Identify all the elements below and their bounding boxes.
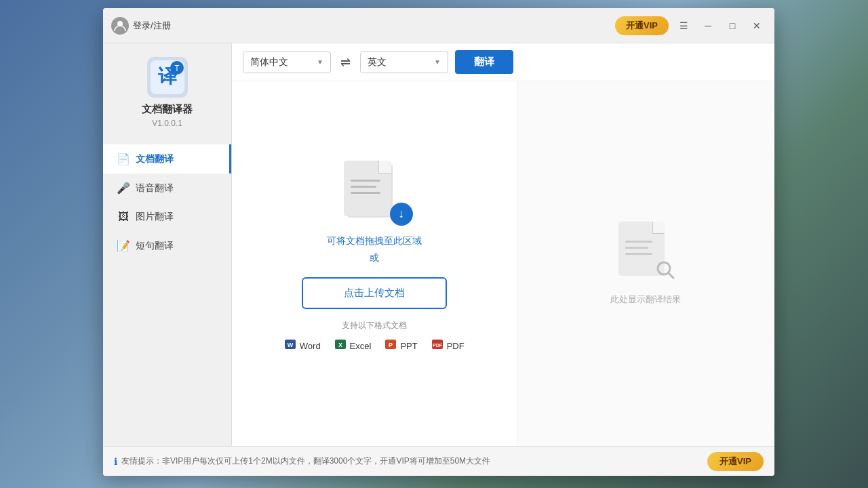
user-area[interactable]: 登录/注册 (111, 17, 171, 35)
pdf-icon: PDF (431, 338, 443, 353)
upload-hint-line2: 或 (327, 249, 422, 266)
upload-hint: 可将文档拖拽至此区域 或 (327, 232, 422, 266)
doc-line-1 (351, 180, 380, 182)
target-lang-text: 英文 (368, 56, 387, 68)
doc-lines (351, 180, 380, 194)
sidebar-item-sentence-label: 短句翻译 (136, 240, 174, 252)
doc-line-3 (351, 192, 380, 194)
word-label: Word (300, 341, 321, 351)
doc-icon (344, 161, 391, 216)
upload-button[interactable]: 点击上传文档 (302, 277, 447, 309)
result-line-1 (625, 241, 652, 243)
title-bar: 登录/注册 开通VIP ☰ ─ □ ✕ (103, 8, 774, 43)
bottom-bar: ℹ 友情提示：非VIP用户每次仅可上传1个2M以内文件，翻译3000个文字，开通… (103, 446, 774, 476)
app-logo: 译 T (147, 57, 188, 98)
result-placeholder: 此处显示翻译结果 (610, 222, 681, 306)
bottom-tip: ℹ 友情提示：非VIP用户每次仅可上传1个2M以内文件，翻译3000个文字，开通… (114, 455, 490, 467)
upload-icon-area: ↓ (344, 161, 405, 222)
format-pdf: PDF PDF (431, 338, 465, 353)
sidebar-item-voice-translate[interactable]: 🎤 语音翻译 (103, 174, 231, 203)
svg-text:P: P (389, 342, 393, 348)
close-button[interactable]: ✕ (747, 16, 766, 35)
sentence-translate-icon: 📝 (117, 239, 130, 252)
format-label: 支持以下格式文档 (342, 320, 407, 331)
menu-button[interactable]: ☰ (674, 16, 693, 35)
result-line-2 (625, 247, 648, 249)
excel-label: Excel (350, 341, 372, 351)
titlebar-vip-button[interactable]: 开通VIP (615, 16, 669, 35)
format-excel: X Excel (334, 338, 372, 353)
minimize-icon: ─ (705, 20, 711, 31)
sidebar-item-voice-label: 语音翻译 (136, 182, 174, 195)
format-ppt: P PPT (384, 338, 417, 353)
format-icons: W Word X Excel (284, 338, 465, 353)
right-panel: 简体中文 ▼ ⇌ 英文 ▼ 翻译 (232, 43, 774, 446)
minimize-button[interactable]: ─ (698, 16, 717, 35)
login-text: 登录/注册 (133, 20, 171, 32)
sidebar-item-doc-label: 文档翻译 (136, 153, 174, 165)
app-name: 文档翻译器 (142, 103, 193, 116)
swap-icon[interactable]: ⇌ (338, 52, 353, 73)
format-support: 支持以下格式文档 W Word X (284, 320, 465, 367)
avatar-icon (111, 17, 129, 35)
sidebar-item-sentence-translate[interactable]: 📝 短句翻译 (103, 231, 231, 260)
upload-panel: ↓ 可将文档拖拽至此区域 或 点击上传文档 支持以下格式文档 W (232, 81, 517, 446)
target-lang-select[interactable]: 英文 ▼ (360, 52, 448, 73)
result-line-3 (625, 253, 652, 255)
word-icon: W (284, 338, 296, 353)
title-bar-left: 登录/注册 (111, 17, 171, 35)
app-window: 登录/注册 开通VIP ☰ ─ □ ✕ 译 (103, 8, 774, 476)
translate-button[interactable]: 翻译 (455, 50, 513, 74)
image-translate-icon: 🖼 (117, 211, 130, 223)
maximize-icon: □ (730, 20, 735, 31)
app-version: V1.0.0.1 (152, 119, 182, 128)
svg-line-15 (669, 273, 673, 278)
source-lang-arrow: ▼ (317, 58, 323, 66)
result-doc-icon-area (618, 222, 673, 283)
ppt-label: PPT (400, 341, 417, 351)
info-icon: ℹ (114, 456, 117, 467)
excel-icon: X (334, 338, 347, 353)
target-lang-arrow: ▼ (434, 58, 441, 66)
svg-text:PDF: PDF (433, 343, 443, 348)
svg-text:X: X (338, 342, 342, 348)
work-area: ↓ 可将文档拖拽至此区域 或 点击上传文档 支持以下格式文档 W (232, 81, 774, 446)
result-panel: 此处显示翻译结果 (517, 81, 775, 446)
bottom-vip-button[interactable]: 开通VIP (707, 452, 764, 471)
title-bar-right: 开通VIP ☰ ─ □ ✕ (615, 16, 766, 35)
nav-menu: 📄 文档翻译 🎤 语音翻译 🖼 图片翻译 📝 短句翻译 (103, 144, 231, 260)
upload-hint-line1: 可将文档拖拽至此区域 (327, 232, 422, 249)
doc-line-2 (351, 186, 376, 188)
bottom-tip-text: 友情提示：非VIP用户每次仅可上传1个2M以内文件，翻译3000个文字，开通VI… (121, 455, 490, 467)
svg-text:T: T (174, 64, 180, 73)
toolbar: 简体中文 ▼ ⇌ 英文 ▼ 翻译 (232, 43, 774, 81)
source-lang-select[interactable]: 简体中文 ▼ (243, 52, 331, 73)
doc-translate-icon: 📄 (117, 152, 130, 165)
pdf-label: PDF (447, 341, 465, 351)
format-word: W Word (284, 338, 321, 353)
search-icon (655, 260, 675, 283)
svg-text:W: W (288, 342, 294, 348)
result-placeholder-text: 此处显示翻译结果 (610, 293, 681, 306)
maximize-button[interactable]: □ (723, 16, 742, 35)
result-doc-corner (652, 222, 665, 234)
sidebar-item-image-translate[interactable]: 🖼 图片翻译 (103, 203, 231, 231)
source-lang-text: 简体中文 (250, 56, 288, 68)
voice-translate-icon: 🎤 (117, 182, 130, 195)
download-arrow-icon: ↓ (390, 203, 413, 226)
menu-icon: ☰ (679, 20, 688, 31)
main-content: 译 T 文档翻译器 V1.0.0.1 📄 文档翻译 🎤 语音翻译 🖼 图片翻译 (103, 43, 774, 446)
sidebar-item-image-label: 图片翻译 (136, 211, 174, 223)
ppt-icon: P (384, 338, 397, 353)
sidebar-item-doc-translate[interactable]: 📄 文档翻译 (103, 144, 231, 174)
sidebar: 译 T 文档翻译器 V1.0.0.1 📄 文档翻译 🎤 语音翻译 🖼 图片翻译 (103, 43, 232, 446)
result-doc-lines (625, 241, 652, 255)
close-icon: ✕ (753, 20, 761, 31)
